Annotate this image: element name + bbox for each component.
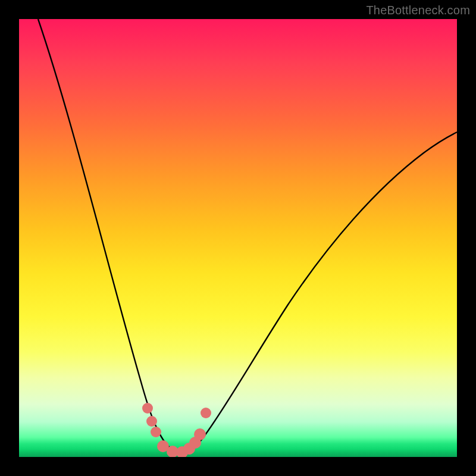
- marker-dot: [151, 427, 161, 437]
- curve-right-branch: [180, 132, 457, 453]
- marker-dot: [142, 403, 153, 414]
- valley-marker-group: [142, 403, 211, 457]
- plot-area: [19, 19, 457, 457]
- chart-frame: TheBottleneck.com: [0, 0, 476, 476]
- watermark-text: TheBottleneck.com: [366, 4, 470, 17]
- marker-dot: [194, 428, 206, 440]
- marker-dot: [201, 408, 211, 418]
- bottleneck-curve-svg: [19, 19, 457, 457]
- marker-dot: [146, 416, 157, 427]
- curve-left-branch: [38, 19, 180, 453]
